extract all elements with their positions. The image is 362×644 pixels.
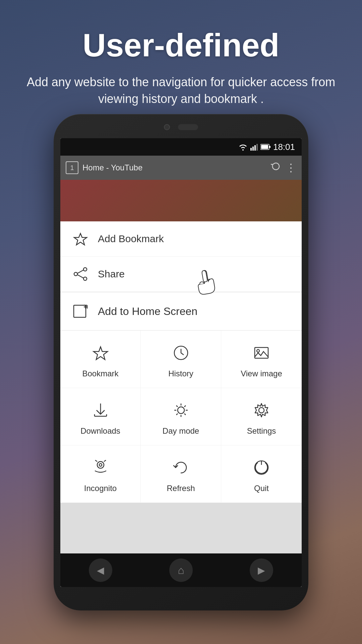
promo-title: User-defined: [20, 27, 342, 64]
add-home-label: Add to Home Screen: [98, 305, 197, 318]
tab-count[interactable]: 1: [66, 161, 78, 174]
history-grid-icon: [171, 343, 191, 363]
share-icon: [72, 266, 88, 282]
svg-point-10: [83, 277, 87, 280]
promo-subtitle: Add any website to the navigation for qu…: [20, 74, 342, 108]
front-camera: [164, 124, 170, 130]
grid-item-incognito[interactable]: Incognito: [60, 445, 141, 503]
menu-item-add-home[interactable]: Add to Home Screen: [60, 292, 302, 331]
svg-line-38: [95, 460, 97, 462]
nav-forward-button[interactable]: ▶: [250, 558, 273, 582]
svg-line-11: [77, 270, 83, 273]
menu-item-share[interactable]: Share: [60, 257, 302, 292]
settings-icon: [251, 400, 272, 420]
view-image-icon: [251, 343, 272, 363]
day-mode-icon: [171, 400, 191, 420]
browser-toolbar: 1 Home - YouTube ⋮: [60, 156, 302, 180]
phone-speaker: [178, 124, 198, 130]
svg-rect-5: [269, 146, 270, 148]
downloads-label: Downloads: [80, 426, 120, 436]
status-time: 18:01: [273, 142, 295, 152]
more-icon[interactable]: ⋮: [286, 161, 296, 174]
bookmark-label: Bookmark: [82, 369, 118, 378]
grid-item-view-image[interactable]: View image: [221, 331, 302, 388]
toolbar-icons: ⋮: [271, 161, 296, 174]
downloads-icon: [90, 400, 111, 420]
svg-marker-18: [94, 347, 108, 360]
nav-home-button[interactable]: ⌂: [169, 558, 193, 582]
share-label: Share: [98, 268, 125, 280]
url-bar[interactable]: Home - YouTube: [82, 163, 267, 172]
refresh-icon[interactable]: [271, 161, 281, 174]
day-mode-label: Day mode: [163, 426, 199, 436]
svg-rect-6: [261, 145, 268, 149]
svg-point-26: [178, 407, 184, 414]
svg-line-39: [104, 460, 106, 462]
phone-device: 18:01 1 Home - YouTube: [54, 114, 308, 610]
refresh-label: Refresh: [167, 484, 195, 493]
svg-line-34: [176, 414, 178, 415]
svg-point-9: [74, 272, 77, 276]
history-label: History: [168, 369, 193, 378]
settings-label: Settings: [247, 426, 276, 436]
incognito-icon: [90, 458, 111, 478]
incognito-label: Incognito: [84, 484, 117, 493]
svg-point-36: [97, 462, 104, 468]
svg-point-21: [257, 350, 259, 352]
add-bookmark-label: Add Bookmark: [98, 233, 164, 245]
svg-rect-2: [254, 145, 256, 151]
svg-line-12: [77, 275, 83, 278]
svg-rect-20: [255, 347, 268, 358]
svg-rect-3: [256, 144, 258, 151]
cursor-hand: [192, 268, 220, 299]
grid-menu: Bookmark History: [60, 331, 302, 503]
background: User-defined Add any website to the navi…: [0, 0, 362, 121]
grid-item-refresh[interactable]: Refresh: [141, 445, 221, 503]
grid-item-day-mode[interactable]: Day mode: [141, 388, 221, 445]
grid-item-downloads[interactable]: Downloads: [60, 388, 141, 445]
svg-line-31: [176, 406, 178, 407]
phone-screen: 18:01 1 Home - YouTube: [60, 138, 302, 587]
svg-rect-1: [252, 147, 254, 151]
bookmark-grid-icon: [90, 343, 111, 363]
svg-point-8: [83, 268, 87, 271]
svg-line-33: [184, 406, 186, 407]
quit-label: Quit: [254, 484, 269, 493]
video-thumb-1: [60, 180, 302, 223]
status-bar: 18:01: [60, 138, 302, 156]
grid-item-history[interactable]: History: [141, 331, 221, 388]
browser-content: Add Bookmark: [60, 180, 302, 587]
nav-back-button[interactable]: ◀: [89, 558, 112, 582]
refresh-grid-icon: [171, 458, 191, 478]
signal-icon: [250, 143, 258, 151]
grid-item-settings[interactable]: Settings: [221, 388, 302, 445]
svg-point-37: [99, 464, 102, 466]
menu-item-add-bookmark[interactable]: Add Bookmark: [60, 221, 302, 257]
quit-icon: [251, 458, 272, 478]
promo-header: User-defined Add any website to the navi…: [0, 0, 362, 121]
add-bookmark-icon: [72, 231, 88, 247]
add-home-icon: [72, 303, 88, 319]
view-image-label: View image: [241, 369, 282, 378]
svg-marker-7: [74, 233, 87, 245]
svg-point-35: [259, 408, 264, 413]
phone-nav-bar: ◀ ⌂ ▶: [60, 553, 302, 587]
grid-item-bookmark[interactable]: Bookmark: [60, 331, 141, 388]
wifi-icon: [238, 143, 248, 151]
svg-line-32: [184, 414, 186, 415]
context-menu: Add Bookmark: [60, 221, 302, 503]
svg-rect-0: [250, 148, 252, 151]
grid-item-quit[interactable]: Quit: [221, 445, 302, 503]
battery-icon: [260, 144, 270, 150]
